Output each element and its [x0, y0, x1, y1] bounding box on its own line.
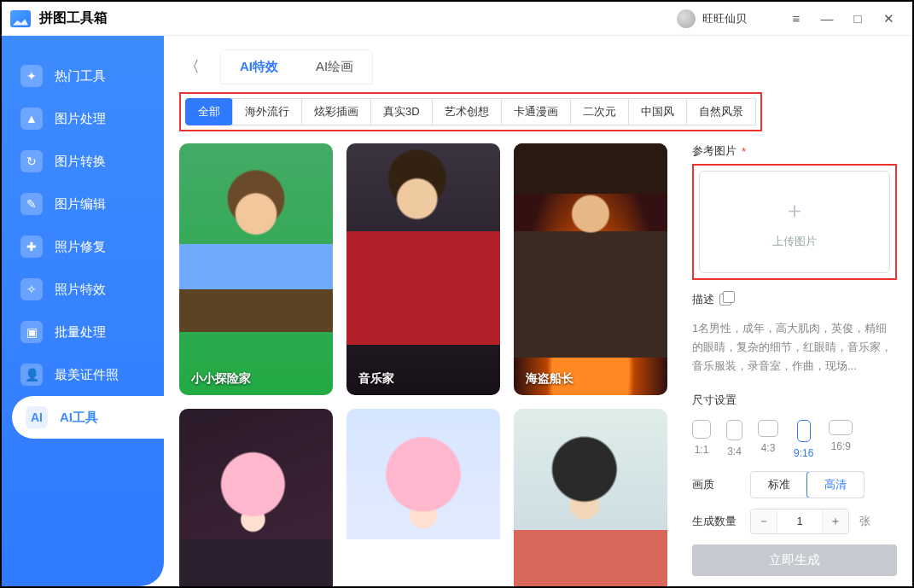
thumbnail [179, 409, 333, 586]
size-16-9[interactable]: 16:9 [829, 420, 853, 459]
card-label: 音乐家 [358, 371, 394, 387]
copy-icon[interactable] [719, 294, 731, 306]
app-title: 拼图工具箱 [39, 9, 108, 27]
size-options: 1:1 3:4 4:3 9:16 16:9 [692, 420, 897, 459]
username: 旺旺仙贝 [702, 11, 747, 26]
template-card[interactable]: 海盗船长 [514, 143, 667, 395]
template-gallery[interactable]: 小小探险家 音乐家 海盗船长 [179, 143, 675, 586]
generate-button[interactable]: 立即生成 [692, 544, 897, 576]
tab-ai-paint[interactable]: AI绘画 [297, 50, 372, 84]
size-4-3[interactable]: 4:3 [758, 420, 778, 459]
maximize-button[interactable]: □ [842, 6, 873, 32]
desc-label: 描述 [692, 292, 897, 307]
fx-icon: ✧ [20, 278, 43, 300]
sidebar-item-image-process[interactable]: ▲图片处理 [2, 97, 164, 140]
image-icon: ▲ [20, 108, 43, 130]
template-card[interactable]: 音乐家 [346, 143, 500, 395]
menu-icon[interactable]: ≡ [781, 6, 812, 32]
template-card[interactable] [346, 409, 500, 586]
tab-ai-fx[interactable]: AI特效 [221, 50, 297, 84]
count-unit: 张 [859, 514, 870, 529]
quality-standard[interactable]: 标准 [751, 472, 807, 498]
desc-text: 1名男性，成年，高大肌肉，英俊，精细的眼睛，复杂的细节，红眼睛，音乐家，音乐服装… [692, 319, 897, 376]
edit-icon: ✎ [20, 193, 43, 215]
settings-panel: 做同款 高级设置 参考图片* ＋ 上传图片 描述 1名男性，成年，高大肌肉，英俊… [692, 143, 900, 586]
thumbnail [346, 143, 500, 395]
sparkle-icon: ✦ [20, 65, 43, 87]
chip-nature[interactable]: 自然风景 [686, 98, 756, 125]
app-logo-icon [10, 10, 31, 27]
sidebar-item-label: 照片特效 [55, 282, 106, 298]
sidebar-item-label: 照片修复 [55, 239, 106, 255]
sidebar-item-label: 图片编辑 [55, 196, 106, 212]
chip-all[interactable]: 全部 [185, 98, 233, 125]
chip-chinese[interactable]: 中国风 [628, 98, 687, 125]
convert-icon: ↻ [20, 150, 43, 172]
thumbnail [346, 409, 500, 586]
sidebar-item-image-edit[interactable]: ✎图片编辑 [2, 183, 164, 225]
titlebar: 拼图工具箱 旺旺仙贝 ≡ — □ ✕ [2, 2, 912, 36]
sidebar-item-label: 图片处理 [55, 111, 106, 127]
size-label: 尺寸设置 [692, 393, 897, 408]
minimize-button[interactable]: — [812, 6, 842, 32]
quality-toggle: 标准 高清 [750, 471, 865, 498]
sidebar-item-label: 图片转换 [55, 154, 106, 170]
ai-icon: AI [26, 406, 48, 428]
count-value[interactable]: 1 [777, 509, 823, 533]
card-label: 海盗船长 [526, 371, 573, 387]
filter-chips: 全部 海外流行 炫彩插画 真实3D 艺术创想 卡通漫画 二次元 中国风 自然风景 [179, 92, 762, 131]
back-button[interactable]: 〈 [179, 56, 205, 77]
sidebar-item-image-convert[interactable]: ↻图片转换 [2, 140, 164, 183]
count-increment[interactable]: ＋ [823, 509, 848, 533]
sidebar-item-batch[interactable]: ▣批量处理 [2, 311, 164, 353]
template-card[interactable] [514, 409, 667, 586]
quality-hd[interactable]: 高清 [806, 471, 865, 498]
size-1-1[interactable]: 1:1 [692, 420, 711, 459]
batch-icon: ▣ [20, 321, 43, 343]
repair-icon: ✚ [20, 236, 43, 258]
sidebar-item-hot-tools[interactable]: ✦热门工具 [2, 55, 164, 97]
thumbnail [179, 143, 333, 395]
person-icon: 👤 [20, 364, 43, 386]
template-card[interactable]: 小小探险家 [179, 143, 333, 395]
size-9-16[interactable]: 9:16 [794, 420, 813, 459]
avatar[interactable] [677, 9, 696, 28]
count-decrement[interactable]: － [751, 509, 777, 533]
sidebar-item-label: 批量处理 [55, 324, 106, 341]
ref-image-label: 参考图片* [692, 143, 897, 159]
sidebar: ✦热门工具 ▲图片处理 ↻图片转换 ✎图片编辑 ✚照片修复 ✧照片特效 ▣批量处… [2, 36, 164, 586]
sidebar-item-label: 最美证件照 [55, 367, 119, 383]
upload-image-button[interactable]: ＋ 上传图片 [699, 171, 890, 273]
upload-label: 上传图片 [772, 234, 817, 249]
chip-overseas[interactable]: 海外流行 [232, 98, 302, 125]
chip-colorful[interactable]: 炫彩插画 [301, 98, 371, 125]
sidebar-item-label: AI工具 [60, 410, 98, 426]
tabs: AI特效 AI绘画 [220, 49, 373, 84]
sidebar-item-photo-repair[interactable]: ✚照片修复 [2, 225, 164, 268]
thumbnail [514, 409, 667, 586]
chip-cartoon[interactable]: 卡通漫画 [501, 98, 571, 125]
quality-label: 画质 [692, 477, 740, 492]
template-card[interactable] [179, 409, 333, 586]
sidebar-item-label: 热门工具 [55, 68, 106, 84]
thumbnail [514, 143, 667, 395]
sidebar-item-id-photo[interactable]: 👤最美证件照 [2, 353, 164, 396]
close-button[interactable]: ✕ [873, 6, 904, 32]
sidebar-item-ai-tools[interactable]: AIAI工具 [12, 396, 164, 439]
card-label: 小小探险家 [191, 371, 251, 387]
plus-icon: ＋ [783, 195, 806, 225]
size-3-4[interactable]: 3:4 [726, 420, 742, 459]
chip-real3d[interactable]: 真实3D [370, 98, 433, 125]
sidebar-item-photo-fx[interactable]: ✧照片特效 [2, 268, 164, 311]
count-stepper: － 1 ＋ [750, 509, 849, 534]
main-area: 〈 AI特效 AI绘画 全部 海外流行 炫彩插画 真实3D 艺术创想 卡通漫画 … [164, 36, 912, 586]
chip-art[interactable]: 艺术创想 [432, 98, 502, 125]
chip-anime[interactable]: 二次元 [570, 98, 629, 125]
count-label: 生成数量 [692, 514, 740, 529]
